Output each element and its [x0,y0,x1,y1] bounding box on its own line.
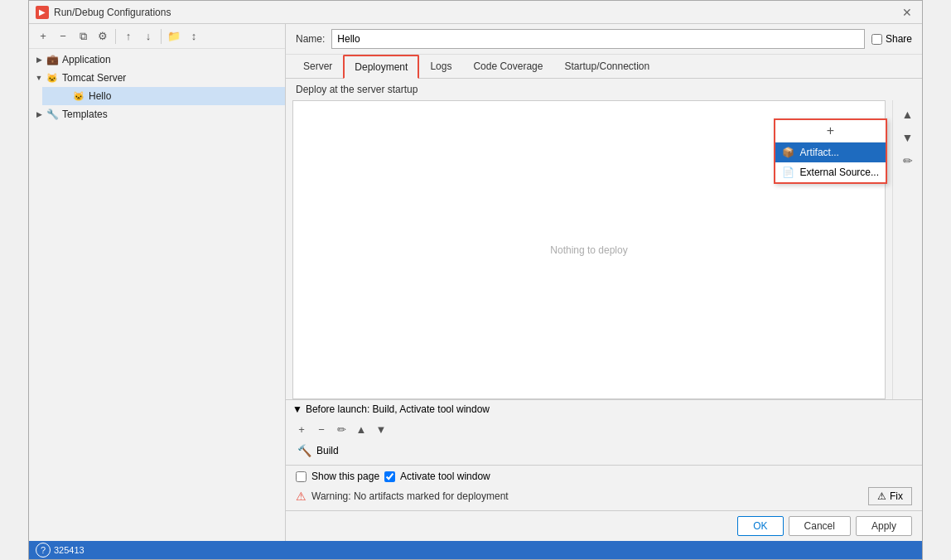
name-label: Name: [296,33,325,45]
deploy-empty-text: Nothing to deploy [550,244,627,256]
activate-tool-label: Activate tool window [400,471,490,482]
name-input[interactable] [331,29,865,49]
tab-logs[interactable]: Logs [419,55,462,79]
action-buttons: OK Cancel Apply [286,510,922,541]
status-bar: ? 325413 [29,541,922,559]
cancel-button[interactable]: Cancel [789,516,851,536]
share-checkbox[interactable] [871,34,882,45]
hello-config-icon: 🐱 [72,89,85,103]
before-edit-button[interactable]: ✏ [332,420,350,438]
sort-button[interactable]: ↕ [185,27,203,46]
tree-item-hello[interactable]: 🐱 Hello [42,87,285,105]
add-config-button[interactable]: + [34,27,52,46]
before-launch-arrow: ▼ [292,403,302,415]
left-panel: + − ⧉ ⚙ ↑ ↓ 📁 ↕ ▶ 💼 Application [29,24,286,541]
dialog-title: Run/Debug Configurations [54,7,171,18]
dropdown-item-artifact[interactable]: 📦 Artifact... [775,142,886,162]
tab-deployment[interactable]: Deployment [343,55,419,79]
show-page-checkbox[interactable] [296,471,307,482]
dropdown-item-external-source[interactable]: 📄 External Source... [775,162,886,182]
apply-button[interactable]: Apply [856,516,912,536]
artifact-icon: 📦 [782,146,795,159]
tree-label-application: Application [62,54,111,65]
tree-arrow-application: ▶ [32,53,46,66]
templates-icon: 🔧 [46,108,59,121]
artifact-label: Artifact... [800,147,839,158]
tree-item-templates[interactable]: ▶ 🔧 Templates [29,105,285,123]
separator [115,29,116,44]
tree-label-tomcat: Tomcat Server [62,72,126,84]
tree-item-tomcat[interactable]: ▼ 🐱 Tomcat Server [29,69,285,87]
remove-config-button[interactable]: − [54,27,72,46]
ok-button[interactable]: OK [737,516,783,536]
tomcat-icon: 🐱 [46,71,59,84]
fix-icon: ⚠ [877,490,886,502]
separator2 [161,29,162,44]
dropdown-header: + [775,120,886,142]
right-panel: Name: Share Server Deployment Logs [286,24,922,541]
config-tree: ▶ 💼 Application ▼ 🐱 Tomcat Server 🐱 Hell… [29,49,285,541]
before-item-build: 🔨 Build [292,442,915,460]
application-icon: 💼 [46,53,59,66]
help-icon[interactable]: ? [36,543,51,558]
arrow-down-button[interactable]: ↓ [139,27,157,46]
bottom-bar: Show this page Activate tool window ⚠ Wa… [286,465,922,510]
name-row: Name: Share [286,24,922,55]
add-dropdown-popup: + 📦 Artifact... 📄 External Source... [774,118,887,184]
deploy-scroll-up-button[interactable]: ▲ [897,104,919,125]
tree-item-application[interactable]: ▶ 💼 Application [29,51,285,69]
fix-label: Fix [890,490,903,502]
before-launch-section: ▼ Before launch: Build, Activate tool wi… [286,399,922,465]
copy-config-button[interactable]: ⧉ [74,27,92,46]
left-toolbar: + − ⧉ ⚙ ↑ ↓ 📁 ↕ [29,24,285,49]
tree-arrow-templates: ▶ [32,108,46,121]
deploy-edit-button[interactable]: ✏ [897,150,919,171]
external-source-label: External Source... [800,167,879,178]
arrow-up-button[interactable]: ↑ [119,27,138,46]
show-page-row: Show this page Activate tool window [296,471,912,482]
external-source-icon: 📄 [782,166,795,179]
folder-button[interactable]: 📁 [165,27,183,46]
warning-icon: ⚠ [296,490,307,503]
before-launch-label: Before launch: Build, Activate tool wind… [306,403,490,415]
title-bar: ▶ Run/Debug Configurations ✕ [29,1,922,24]
fix-button[interactable]: ⚠ Fix [868,487,912,505]
before-remove-button[interactable]: − [312,420,331,438]
share-label: Share [886,33,912,45]
warning-text: Warning: No artifacts marked for deploym… [311,490,509,502]
deploy-sidebar: ▲ ▼ ✏ [892,100,922,399]
tree-arrow-tomcat: ▼ [32,71,46,84]
build-label: Build [316,445,339,456]
before-up-button[interactable]: ▲ [352,420,370,438]
build-icon: 🔨 [297,444,311,457]
warning-row: ⚠ Warning: No artifacts marked for deplo… [296,487,912,505]
before-launch-header: ▼ Before launch: Build, Activate tool wi… [292,403,915,415]
dropdown-plus-icon: + [827,123,834,138]
tab-server[interactable]: Server [292,55,343,79]
tab-bar: Server Deployment Logs Code Coverage Sta… [286,55,922,79]
dialog-icon: ▶ [36,6,49,19]
tab-code-coverage[interactable]: Code Coverage [462,55,553,79]
deploy-scroll-down-button[interactable]: ▼ [897,127,919,148]
show-page-label: Show this page [311,471,379,482]
deploy-header: Deploy at the server startup [286,79,922,100]
activate-tool-checkbox[interactable] [384,471,395,482]
close-button[interactable]: ✕ [899,4,915,21]
tree-label-hello: Hello [89,90,111,102]
tree-label-templates: Templates [62,109,108,120]
before-launch-toolbar: + − ✏ ▲ ▼ [292,418,915,440]
before-down-button[interactable]: ▼ [372,420,390,438]
share-checkbox-group: Share [871,33,912,45]
before-launch-list: 🔨 Build [292,440,915,461]
settings-config-button[interactable]: ⚙ [94,27,112,46]
status-text: 325413 [54,545,84,555]
before-add-button[interactable]: + [292,420,311,438]
tab-startup-connection[interactable]: Startup/Connection [553,55,660,79]
